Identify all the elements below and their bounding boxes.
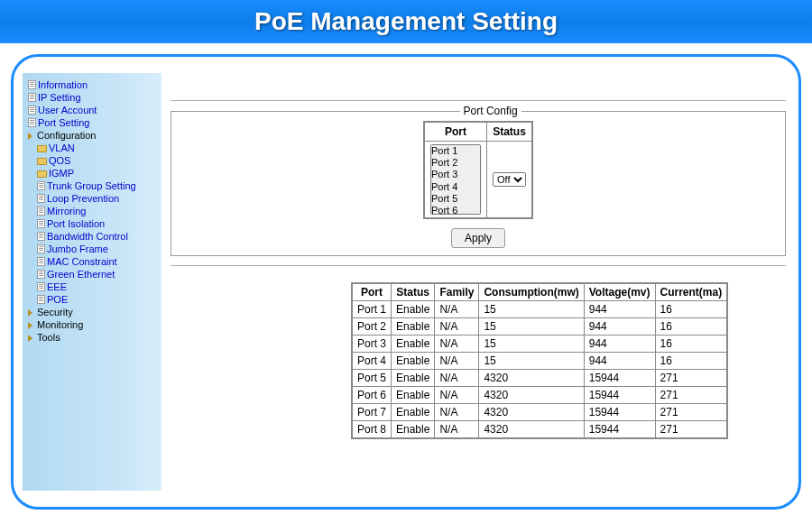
sidebar-item-mirroring[interactable]: Mirroring bbox=[26, 205, 158, 217]
table-cell: Enable bbox=[392, 336, 435, 353]
sidebar-item-information[interactable]: Information bbox=[26, 78, 158, 91]
table-cell: Port 4 bbox=[352, 353, 392, 370]
table-cell: Port 2 bbox=[352, 318, 392, 336]
table-cell: 4320 bbox=[479, 404, 584, 421]
table-cell: 944 bbox=[584, 353, 655, 370]
divider-2 bbox=[171, 265, 786, 266]
sidebar-item-loop-prevention[interactable]: Loop Prevention bbox=[26, 192, 158, 205]
document-icon bbox=[37, 295, 45, 304]
sidebar-item-trunk-group-setting[interactable]: Trunk Group Setting bbox=[26, 179, 158, 192]
table-cell: 271 bbox=[655, 387, 727, 404]
document-icon bbox=[28, 118, 36, 127]
sidebar-item-tools[interactable]: Tools bbox=[26, 331, 158, 344]
table-cell: N/A bbox=[435, 318, 479, 336]
document-icon bbox=[37, 270, 45, 279]
document-icon bbox=[37, 282, 45, 291]
table-row: Port 8EnableN/A432015944271 bbox=[352, 421, 727, 439]
sidebar-item-label: Loop Prevention bbox=[47, 193, 119, 204]
data-table-header: Port bbox=[352, 283, 392, 301]
config-table: Port Status Port 1Port 2Port 3Port 4Port… bbox=[423, 121, 533, 219]
apply-wrap: Apply bbox=[171, 228, 785, 248]
sidebar-item-eee[interactable]: EEE bbox=[26, 280, 158, 293]
table-cell: N/A bbox=[435, 370, 479, 387]
divider bbox=[171, 100, 786, 101]
port-option[interactable]: Port 6 bbox=[431, 205, 480, 215]
table-cell: Enable bbox=[392, 421, 435, 439]
table-row: Port 7EnableN/A432015944271 bbox=[352, 404, 727, 421]
sidebar-item-configuration[interactable]: Configuration bbox=[26, 129, 158, 142]
table-cell: 944 bbox=[584, 336, 655, 353]
page-title: PoE Management Setting bbox=[254, 7, 558, 35]
document-icon bbox=[37, 244, 45, 253]
sidebar-item-label: QOS bbox=[49, 155, 70, 166]
table-cell: Port 1 bbox=[352, 301, 392, 318]
cfg-status-cell: Off bbox=[487, 142, 533, 219]
table-cell: 15944 bbox=[584, 370, 655, 387]
sidebar-item-poe[interactable]: POE bbox=[26, 293, 158, 306]
table-cell: Enable bbox=[392, 404, 435, 421]
port-option[interactable]: Port 1 bbox=[431, 145, 480, 157]
table-row: Port 4EnableN/A1594416 bbox=[352, 353, 727, 370]
sidebar-item-label: MAC Constraint bbox=[47, 256, 117, 267]
document-icon bbox=[37, 207, 45, 216]
sidebar-item-label: Port Isolation bbox=[47, 218, 105, 229]
folder-icon bbox=[37, 158, 47, 165]
sidebar-item-vlan[interactable]: VLAN bbox=[26, 142, 158, 154]
sidebar-item-bandwidth-control[interactable]: Bandwidth Control bbox=[26, 230, 158, 243]
table-cell: 271 bbox=[655, 370, 727, 387]
folder-icon bbox=[37, 145, 47, 152]
document-icon bbox=[28, 106, 36, 115]
table-cell: 15944 bbox=[584, 387, 655, 404]
sidebar-item-green-ethernet[interactable]: Green Ethernet bbox=[26, 268, 158, 280]
sidebar-item-label: Monitoring bbox=[37, 319, 83, 330]
table-cell: 16 bbox=[655, 353, 727, 370]
document-icon bbox=[37, 257, 45, 266]
sidebar-item-label: EEE bbox=[47, 281, 67, 292]
sidebar-item-label: Green Ethernet bbox=[47, 269, 115, 280]
layout-container: InformationIP SettingUser AccountPort Se… bbox=[23, 73, 786, 491]
sidebar-item-port-isolation[interactable]: Port Isolation bbox=[26, 217, 158, 230]
table-cell: Enable bbox=[392, 353, 435, 370]
sidebar-item-label: Bandwidth Control bbox=[47, 231, 128, 242]
folder-icon bbox=[37, 170, 47, 178]
port-option[interactable]: Port 5 bbox=[431, 193, 480, 205]
port-option[interactable]: Port 4 bbox=[431, 181, 480, 193]
table-cell: 944 bbox=[584, 318, 655, 336]
sidebar-item-user-account[interactable]: User Account bbox=[26, 104, 158, 116]
table-cell: Port 3 bbox=[352, 336, 392, 353]
expand-icon bbox=[28, 133, 32, 140]
sidebar-item-label: POE bbox=[47, 294, 68, 305]
sidebar-item-label: Port Setting bbox=[38, 117, 89, 128]
sidebar-item-security[interactable]: Security bbox=[26, 306, 158, 318]
apply-button[interactable]: Apply bbox=[451, 228, 505, 248]
cfg-port-cell: Port 1Port 2Port 3Port 4Port 5Port 6 bbox=[424, 142, 487, 219]
sidebar-item-mac-constraint[interactable]: MAC Constraint bbox=[26, 255, 158, 268]
data-table-header: Family bbox=[435, 283, 479, 301]
expand-icon bbox=[28, 309, 32, 317]
sidebar-item-igmp[interactable]: IGMP bbox=[26, 167, 158, 179]
table-cell: N/A bbox=[435, 387, 479, 404]
table-cell: 15944 bbox=[584, 404, 655, 421]
port-list-select[interactable]: Port 1Port 2Port 3Port 4Port 5Port 6 bbox=[430, 144, 481, 215]
table-cell: N/A bbox=[435, 421, 479, 439]
document-icon bbox=[37, 194, 45, 203]
sidebar-item-label: VLAN bbox=[49, 142, 75, 153]
data-table-wrap: PortStatusFamilyConsumption(mw)Voltage(m… bbox=[171, 282, 786, 439]
sidebar-item-ip-setting[interactable]: IP Setting bbox=[26, 91, 158, 104]
port-option[interactable]: Port 3 bbox=[431, 169, 480, 180]
table-cell: 4320 bbox=[479, 370, 584, 387]
sidebar-item-jumbo-frame[interactable]: Jumbo Frame bbox=[26, 243, 158, 255]
config-wrap: Port Status Port 1Port 2Port 3Port 4Port… bbox=[171, 121, 785, 219]
table-cell: N/A bbox=[435, 404, 479, 421]
table-cell: Port 5 bbox=[352, 370, 392, 387]
port-option[interactable]: Port 2 bbox=[431, 157, 480, 169]
data-table-header: Status bbox=[392, 283, 435, 301]
status-select[interactable]: Off bbox=[493, 172, 526, 187]
table-row: Port 1EnableN/A1594416 bbox=[352, 301, 727, 318]
expand-icon bbox=[28, 335, 32, 342]
document-icon bbox=[37, 181, 45, 190]
sidebar-item-qos[interactable]: QOS bbox=[26, 154, 158, 167]
table-cell: 4320 bbox=[479, 387, 584, 404]
sidebar-item-monitoring[interactable]: Monitoring bbox=[26, 318, 158, 331]
sidebar-item-port-setting[interactable]: Port Setting bbox=[26, 116, 158, 129]
